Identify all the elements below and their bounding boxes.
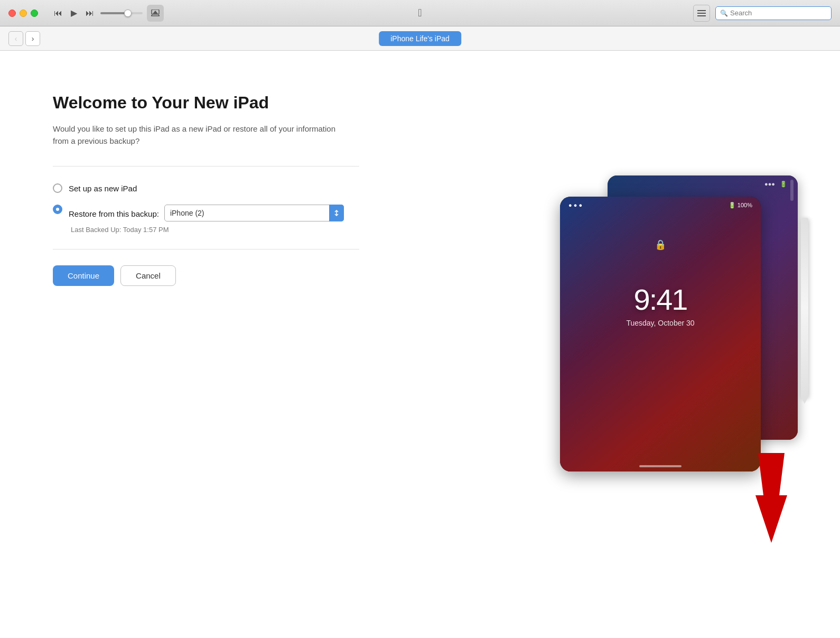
radio-restore[interactable] (53, 205, 62, 214)
ipad-front-screen: ● ● ● 🔋 100% 🔒 9:41 Tuesday, October 30 (560, 197, 761, 471)
maximize-button[interactable] (31, 10, 38, 17)
search-icon: 🔍 (720, 10, 728, 17)
volume-thumb (124, 10, 132, 17)
back-signal-icon: ●●● (764, 181, 775, 187)
titlebar-right: 🔍 (693, 5, 832, 22)
back-arrow-button[interactable]: ‹ (8, 31, 23, 46)
ipad-time: 9:41 (634, 282, 687, 317)
navbar: ‹ › iPhone Life's iPad (0, 26, 840, 51)
titlebar-center:  (418, 7, 422, 19)
titlebar-left: ⏮ ▶ ⏭ (8, 5, 164, 22)
search-input[interactable] (730, 9, 827, 17)
restore-content: Restore from this backup: iPhone (2) (69, 205, 344, 234)
welcome-description: Would you like to set up this iPad as a … (53, 123, 349, 147)
radio-new-ipad[interactable] (53, 183, 62, 193)
option-new-ipad[interactable]: Set up as new iPad (53, 183, 491, 193)
status-signal-icon: ● ● ● (568, 202, 582, 209)
buttons-row: Continue Cancel (53, 265, 491, 286)
traffic-lights (8, 10, 38, 17)
titlebar: ⏮ ▶ ⏭  🔍 (0, 0, 840, 26)
airplay-button[interactable] (147, 5, 164, 22)
forward-arrow-button[interactable]: › (25, 31, 40, 46)
ipad-status-bar: ● ● ● 🔋 100% (560, 202, 761, 209)
apple-logo-icon:  (418, 7, 422, 19)
new-ipad-label: Set up as new iPad (69, 184, 137, 193)
nav-arrows: ‹ › (8, 31, 40, 46)
continue-button[interactable]: Continue (53, 265, 114, 286)
apple-pencil (801, 218, 808, 397)
menu-line-2 (697, 13, 706, 14)
lock-icon: 🔒 (655, 239, 666, 251)
menu-line-1 (697, 10, 706, 11)
ipad-back-notch (790, 180, 794, 201)
right-panel: ●●● 🔋 🔒 ● ● ● 🔋 100% 🔒 (534, 51, 840, 638)
back-battery-icon: 🔋 (780, 181, 787, 187)
home-indicator (639, 465, 682, 467)
divider-top (53, 166, 359, 167)
rewind-button[interactable]: ⏮ (52, 7, 64, 19)
minimize-button[interactable] (20, 10, 27, 17)
play-button[interactable]: ▶ (69, 7, 79, 19)
apple-pencil-tip (801, 396, 808, 404)
options-section: Set up as new iPad Restore from this bac… (53, 183, 491, 234)
cancel-button[interactable]: Cancel (120, 265, 176, 286)
ipad-front: ● ● ● 🔋 100% 🔒 9:41 Tuesday, October 30 (560, 197, 761, 471)
airplay-icon (151, 10, 160, 17)
menu-button[interactable] (693, 5, 710, 22)
backup-select[interactable]: iPhone (2) (164, 205, 344, 221)
backup-select-container: iPhone (2) (164, 205, 344, 221)
ipad-container: ●●● 🔋 🔒 ● ● ● 🔋 100% 🔒 (560, 165, 814, 493)
status-battery-icon: 🔋 100% (729, 202, 752, 209)
volume-slider[interactable] (100, 12, 143, 14)
left-panel: Welcome to Your New iPad Would you like … (0, 51, 534, 318)
ipad-back-status: ●●● 🔋 (764, 181, 787, 188)
ipad-date: Tuesday, October 30 (626, 319, 694, 327)
fast-forward-button[interactable]: ⏭ (83, 7, 96, 19)
backup-date: Last Backed Up: Today 1:57 PM (70, 226, 169, 234)
device-tab[interactable]: iPhone Life's iPad (379, 31, 461, 46)
search-box[interactable]: 🔍 (715, 6, 832, 20)
close-button[interactable] (8, 10, 16, 17)
option-restore[interactable]: Restore from this backup: iPhone (2) (53, 205, 491, 234)
main-content: Welcome to Your New iPad Would you like … (0, 51, 840, 638)
menu-line-3 (697, 15, 706, 16)
divider-bottom (53, 249, 359, 249)
welcome-title: Welcome to Your New iPad (53, 93, 491, 113)
media-controls: ⏮ ▶ ⏭ (52, 5, 164, 22)
restore-label: Restore from this backup: (69, 208, 159, 218)
